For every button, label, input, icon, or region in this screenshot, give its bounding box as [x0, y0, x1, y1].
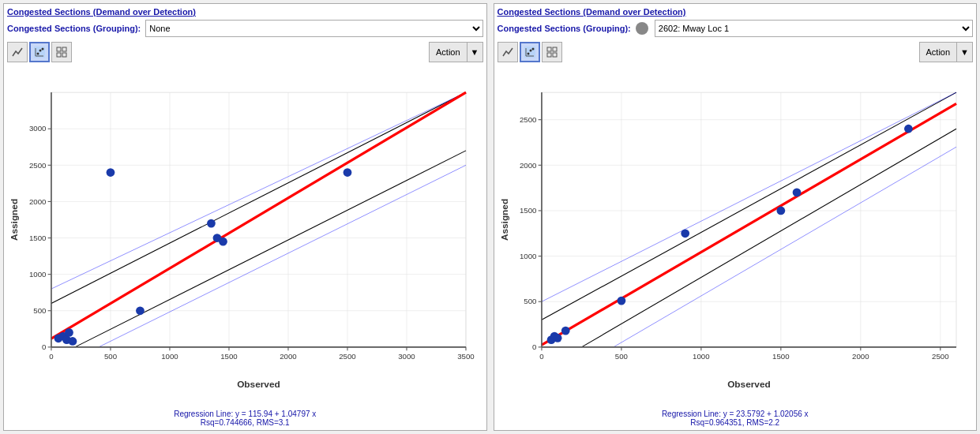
svg-point-4 — [39, 50, 42, 52]
action-label: Action — [430, 47, 467, 57]
svg-point-5 — [42, 48, 44, 51]
svg-point-79 — [531, 48, 534, 51]
svg-rect-82 — [547, 53, 551, 57]
svg-rect-81 — [553, 47, 557, 51]
grid-chart-icon[interactable] — [542, 42, 562, 62]
panel-title: Congested Sections (Demand over Detectio… — [7, 7, 483, 17]
svg-text:0: 0 — [49, 352, 53, 361]
action-button[interactable]: Action▼ — [919, 42, 973, 62]
regression-text: Regression Line: y = 23.5792 + 1.02056 x… — [498, 410, 974, 427]
svg-text:500: 500 — [104, 352, 117, 361]
svg-point-32 — [65, 328, 73, 337]
svg-rect-6 — [57, 47, 61, 51]
svg-text:0: 0 — [42, 342, 46, 351]
chart-area: 0500100015002000250005001000150020002500… — [498, 65, 974, 408]
svg-point-3 — [37, 53, 39, 55]
svg-text:0: 0 — [532, 342, 536, 351]
svg-rect-83 — [553, 53, 557, 57]
svg-point-38 — [219, 238, 227, 246]
svg-point-34 — [136, 306, 145, 315]
toolbar: Action▼ — [7, 42, 483, 62]
grouping-select[interactable]: 2602: Mway Loc 1 — [655, 20, 973, 37]
svg-text:3000: 3000 — [398, 352, 415, 361]
svg-point-102 — [553, 334, 561, 342]
svg-text:500: 500 — [614, 352, 627, 361]
grid-chart-icon[interactable] — [51, 42, 72, 62]
panel-2: Congested Sections (Demand over Detectio… — [494, 3, 978, 431]
svg-text:500: 500 — [524, 297, 536, 305]
svg-text:500: 500 — [33, 306, 46, 315]
svg-text:Assigned: Assigned — [498, 199, 509, 241]
panel-title: Congested Sections (Demand over Detectio… — [498, 7, 974, 17]
svg-text:2500: 2500 — [29, 161, 47, 170]
svg-point-35 — [107, 168, 115, 177]
line-chart-icon[interactable] — [498, 42, 518, 62]
grouping-row: Congested Sections (Grouping):None — [7, 20, 483, 37]
regression-line: Regression Line: y = 115.94 + 1.04797 x — [174, 410, 316, 418]
svg-text:Assigned: Assigned — [9, 199, 20, 241]
svg-text:2500: 2500 — [339, 352, 356, 361]
grouping-icon — [636, 22, 648, 35]
svg-point-103 — [561, 327, 569, 335]
svg-point-105 — [681, 229, 689, 238]
scatter-chart-icon[interactable] — [29, 42, 50, 62]
svg-text:1500: 1500 — [29, 234, 47, 242]
action-dropdown-arrow: ▼ — [956, 43, 972, 62]
svg-point-104 — [617, 297, 625, 305]
grouping-select[interactable]: None — [145, 20, 482, 37]
panel-1: Congested Sections (Demand over Detectio… — [3, 3, 487, 431]
svg-rect-7 — [62, 47, 66, 51]
svg-point-33 — [69, 337, 77, 346]
action-label: Action — [920, 47, 957, 57]
grouping-label: Congested Sections (Grouping): — [7, 24, 141, 33]
svg-text:1500: 1500 — [772, 352, 790, 361]
svg-rect-9 — [62, 53, 66, 57]
svg-rect-80 — [547, 47, 551, 51]
svg-text:1000: 1000 — [29, 270, 47, 279]
svg-text:1500: 1500 — [220, 352, 238, 361]
svg-text:1500: 1500 — [519, 206, 536, 215]
svg-text:2000: 2000 — [519, 161, 536, 170]
regression-text: Regression Line: y = 115.94 + 1.04797 xR… — [7, 410, 483, 427]
action-button[interactable]: Action▼ — [429, 42, 482, 62]
grouping-label: Congested Sections (Grouping): — [498, 24, 631, 33]
scatter-chart-icon[interactable] — [520, 42, 540, 62]
svg-point-106 — [776, 207, 785, 215]
toolbar: Action▼ — [498, 42, 974, 62]
svg-text:1000: 1000 — [161, 352, 178, 361]
chart-area: 0500100015002000250030003500050010001500… — [7, 65, 483, 408]
svg-text:3000: 3000 — [29, 124, 47, 133]
svg-rect-8 — [57, 53, 61, 57]
grouping-row: Congested Sections (Grouping):2602: Mway… — [498, 20, 974, 37]
svg-text:2000: 2000 — [852, 352, 869, 361]
svg-text:2000: 2000 — [29, 197, 47, 206]
svg-point-108 — [904, 125, 913, 133]
line-chart-icon[interactable] — [7, 42, 28, 62]
svg-point-36 — [207, 219, 216, 228]
chart-type-icons — [498, 42, 562, 62]
regression-stats: Rsq=0.964351, RMS=2.2 — [690, 418, 779, 427]
svg-text:1000: 1000 — [693, 352, 710, 361]
regression-stats: Rsq=0.744666, RMS=3.1 — [201, 418, 290, 427]
regression-line: Regression Line: y = 23.5792 + 1.02056 x — [662, 410, 809, 418]
action-dropdown-arrow: ▼ — [467, 43, 482, 62]
svg-text:1000: 1000 — [519, 252, 536, 260]
chart-type-icons — [7, 42, 72, 62]
svg-text:Observed: Observed — [727, 380, 771, 391]
svg-point-107 — [792, 189, 801, 197]
svg-text:Observed: Observed — [237, 380, 280, 391]
svg-point-78 — [529, 50, 531, 52]
svg-text:2500: 2500 — [519, 115, 536, 124]
svg-text:3500: 3500 — [457, 352, 475, 361]
svg-point-77 — [527, 53, 529, 55]
svg-text:0: 0 — [539, 352, 543, 361]
svg-text:2000: 2000 — [280, 352, 297, 361]
svg-text:2500: 2500 — [932, 352, 949, 361]
svg-point-39 — [344, 168, 352, 177]
